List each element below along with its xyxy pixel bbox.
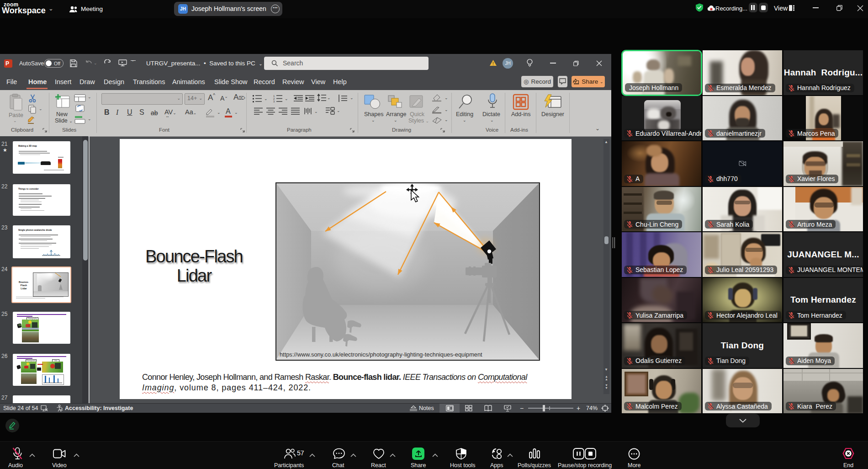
svg-text:https://www.sony.co.uk/electro: https://www.sony.co.uk/electronics/photo… [280,351,482,358]
